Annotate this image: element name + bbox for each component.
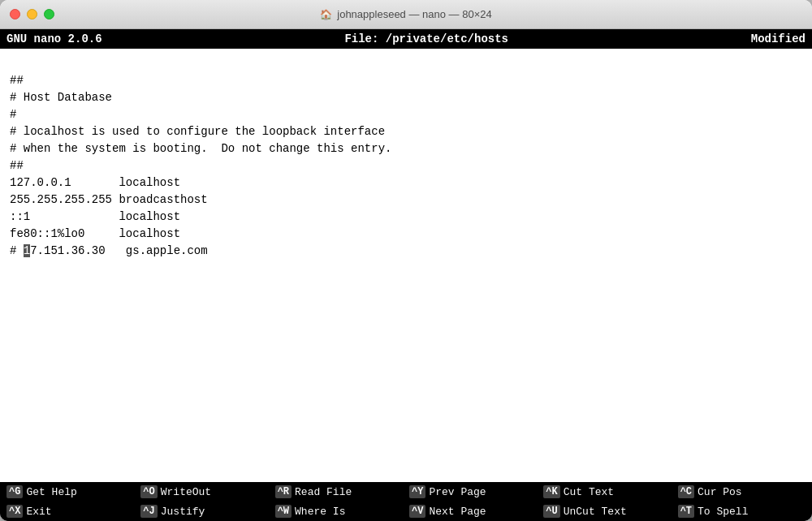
line-14	[10, 277, 802, 294]
label-to-spell: To Spell	[698, 506, 748, 518]
maximize-button[interactable]	[44, 9, 54, 19]
minimize-button[interactable]	[27, 9, 37, 19]
line-3: # Host Database	[10, 89, 802, 106]
label-prev-page: Prev Page	[429, 486, 486, 498]
line-4: #	[10, 106, 802, 123]
nano-header: GNU nano 2.0.6 File: /private/etc/hosts …	[0, 29, 812, 49]
line-7: ##	[10, 157, 802, 174]
line-6: # when the system is booting. Do not cha…	[10, 140, 802, 157]
line-9: 255.255.255.255 broadcasthost	[10, 192, 802, 209]
label-exit: Exit	[26, 506, 51, 518]
shortcut-row-2: ^X Exit ^J Justify ^W Where Is ^V Next P…	[0, 502, 812, 521]
label-justify: Justify	[161, 506, 205, 518]
label-writeout: WriteOut	[161, 486, 211, 498]
label-cur-pos: Cur Pos	[698, 486, 742, 498]
line-2: ##	[10, 72, 802, 89]
title-bar: 🏠 johnappleseed — nano — 80×24	[0, 0, 812, 29]
line-5: # localhost is used to configure the loo…	[10, 123, 802, 140]
shortcut-read-file[interactable]: ^R Read File	[272, 484, 406, 500]
label-cut-text: Cut Text	[564, 486, 614, 498]
nano-editor[interactable]: GNU nano 2.0.6 File: /private/etc/hosts …	[0, 29, 812, 521]
line-1	[10, 55, 802, 72]
label-where-is: Where Is	[295, 506, 345, 518]
shortcut-cut-text[interactable]: ^K Cut Text	[540, 484, 674, 500]
line-8: 127.0.0.1 localhost	[10, 174, 802, 192]
label-uncut-text: UnCut Text	[564, 506, 627, 518]
shortcut-prev-page[interactable]: ^Y Prev Page	[406, 484, 540, 500]
shortcut-writeout[interactable]: ^O WriteOut	[137, 484, 271, 500]
home-icon: 🏠	[320, 9, 332, 20]
nano-footer: ^G Get Help ^O WriteOut ^R Read File ^Y …	[0, 482, 812, 521]
close-button[interactable]	[10, 9, 20, 19]
line-18	[10, 345, 802, 362]
shortcut-where-is[interactable]: ^W Where Is	[272, 503, 406, 519]
label-get-help: Get Help	[26, 486, 76, 498]
key-where-is: ^W	[275, 505, 292, 518]
line-19	[10, 362, 802, 379]
window-title: 🏠 johnappleseed — nano — 80×24	[320, 8, 491, 20]
nano-status: Modified	[751, 32, 806, 45]
line-11: fe80::1%lo0 localhost	[10, 226, 802, 243]
line-16	[10, 311, 802, 328]
line-10: ::1 localhost	[10, 209, 802, 226]
key-exit: ^X	[6, 505, 23, 518]
key-next-page: ^V	[409, 505, 425, 518]
terminal-window: 🏠 johnappleseed — nano — 80×24 GNU nano …	[0, 0, 812, 521]
editor-content[interactable]: ## # Host Database # # localhost is used…	[0, 49, 812, 479]
shortcut-get-help[interactable]: ^G Get Help	[3, 484, 137, 500]
title-text: johnappleseed — nano — 80×24	[337, 8, 491, 20]
key-get-help: ^G	[6, 485, 23, 498]
shortcut-row-1: ^G Get Help ^O WriteOut ^R Read File ^Y …	[0, 482, 812, 502]
line-13	[10, 260, 802, 277]
line-15	[10, 294, 802, 311]
key-writeout: ^O	[140, 485, 157, 498]
label-next-page: Next Page	[429, 506, 486, 518]
key-read-file: ^R	[275, 485, 292, 498]
shortcut-cur-pos[interactable]: ^C Cur Pos	[675, 484, 809, 500]
shortcut-justify[interactable]: ^J Justify	[137, 503, 271, 519]
key-cut-text: ^K	[543, 485, 559, 498]
shortcut-to-spell[interactable]: ^T To Spell	[675, 503, 809, 519]
line-17	[10, 328, 802, 345]
nano-version: GNU nano 2.0.6	[6, 32, 102, 45]
traffic-lights	[10, 9, 54, 19]
shortcut-uncut-text[interactable]: ^U UnCut Text	[540, 503, 674, 519]
key-cur-pos: ^C	[678, 485, 694, 498]
key-prev-page: ^Y	[409, 485, 425, 498]
cursor: 1	[24, 244, 30, 257]
line-12: # 17.151.36.30 gs.apple.com	[10, 243, 802, 260]
shortcut-exit[interactable]: ^X Exit	[3, 503, 137, 519]
shortcut-next-page[interactable]: ^V Next Page	[406, 503, 540, 519]
nano-filename: File: /private/etc/hosts	[344, 32, 508, 45]
key-uncut-text: ^U	[543, 505, 559, 518]
label-read-file: Read File	[295, 486, 352, 498]
key-to-spell: ^T	[678, 505, 694, 518]
key-justify: ^J	[140, 505, 157, 518]
